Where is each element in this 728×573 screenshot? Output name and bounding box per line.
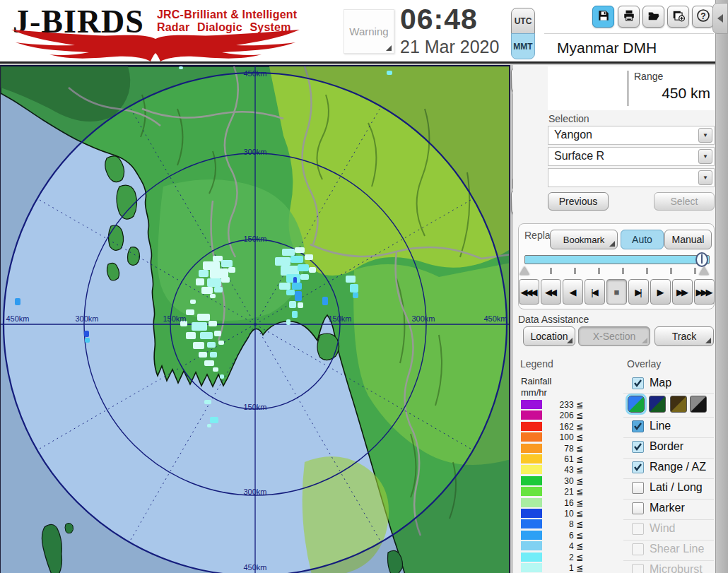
track-button[interactable]: Track <box>654 326 714 346</box>
timezone-mmt-button[interactable]: MMT <box>511 33 535 59</box>
add-view-icon <box>672 9 685 25</box>
open-button[interactable] <box>642 6 664 28</box>
checkbox[interactable] <box>632 482 644 494</box>
legend-value: 100 ≦ <box>542 432 583 442</box>
clock-time: 06:48 <box>400 3 478 36</box>
x-section-button[interactable]: X-Section <box>578 326 650 346</box>
legend-value: 30 ≦ <box>542 476 583 486</box>
save-button[interactable] <box>592 6 614 28</box>
overlay-item-lati-long: Lati / Long <box>623 478 714 497</box>
legend-color-swatch <box>521 400 542 409</box>
chevron-down-icon[interactable]: ▼ <box>698 170 712 185</box>
overlay-item-range-az: Range / AZ <box>623 458 714 476</box>
timeline-start-marker[interactable] <box>519 266 529 275</box>
svg-text:?: ? <box>700 11 705 20</box>
legend-row: 10 ≦ <box>521 509 599 519</box>
help-button[interactable]: ? <box>692 6 714 28</box>
location-button[interactable]: Location <box>523 326 575 346</box>
overlay-list: MapLineBorderRange / AZLati / LongMarker… <box>623 374 714 573</box>
fast-rewind-2-button[interactable]: ◀◀ <box>541 279 561 305</box>
map-style-swatch-3[interactable] <box>670 396 687 413</box>
legend-color-swatch <box>521 553 542 562</box>
legend-value: 78 ≦ <box>542 444 583 454</box>
fast-rewind-3-button[interactable]: ◀◀◀ <box>519 279 539 305</box>
timeline-tick <box>670 268 672 274</box>
map-style-swatch-2[interactable] <box>649 396 666 413</box>
legend-color-swatch <box>521 465 542 474</box>
fast-forward-3-button[interactable]: ▶▶▶ <box>694 279 715 305</box>
play-reverse-button[interactable]: ◀ <box>563 279 583 305</box>
app-logo: J-BIRDS JRC-Brilliant & Intelligent Rada… <box>7 1 307 61</box>
range-label: Range <box>634 71 663 82</box>
select-button[interactable]: Select <box>654 192 715 211</box>
selection-label: Selection <box>548 113 589 124</box>
legend-row: 100 ≦ <box>521 432 599 442</box>
legend-color-swatch <box>521 444 542 453</box>
legend-row: 233 ≦ <box>521 400 599 410</box>
legend-row: 206 ≦ <box>521 410 599 420</box>
overlay-item-microburst: Microburst <box>623 560 714 573</box>
replay-auto-button[interactable]: Auto <box>621 230 664 249</box>
legend-color-swatch <box>521 563 542 572</box>
chevron-down-icon[interactable]: ▼ <box>698 128 712 143</box>
checkbox[interactable] <box>632 377 644 389</box>
chevron-down-icon[interactable]: ▼ <box>698 149 712 164</box>
panel-collapse-tab[interactable] <box>712 3 728 34</box>
radar-map[interactable]: 450km300km150km150km300km450km450km300km… <box>0 65 510 573</box>
overlay-label: Overlay <box>627 358 661 370</box>
overlay-item-label: Line <box>650 420 671 432</box>
legend-value: 21 ≦ <box>542 487 583 497</box>
checkbox[interactable] <box>632 502 644 514</box>
help-icon: ? <box>696 8 710 25</box>
previous-button[interactable]: Previous <box>548 192 609 211</box>
add-view-button[interactable] <box>667 6 689 28</box>
timeline-end-marker[interactable] <box>699 266 709 275</box>
option-dropdown[interactable]: ▼ <box>548 168 715 187</box>
data-assistance-label: Data Assistance <box>518 314 589 325</box>
legend-value: 162 ≦ <box>542 422 583 432</box>
map-style-swatch-1[interactable] <box>628 396 645 413</box>
replay-manual-button[interactable]: Manual <box>664 230 712 249</box>
checkbox[interactable] <box>632 523 644 535</box>
legend-row: 162 ≦ <box>521 422 599 432</box>
save-icon <box>597 9 610 25</box>
checkbox[interactable] <box>632 461 644 473</box>
print-button[interactable] <box>618 6 640 28</box>
legend-value: 4 ≦ <box>542 541 583 551</box>
overlay-item-label: Shear Line <box>650 543 704 555</box>
replay-slider-handle[interactable] <box>695 252 708 267</box>
legend-color-swatch <box>521 454 542 463</box>
legend-color-swatch <box>521 410 542 420</box>
product-dropdown[interactable]: Surface R ▼ <box>548 147 715 166</box>
rainfall-legend: 233 ≦206 ≦162 ≦100 ≦78 ≦61 ≦43 ≦30 ≦21 ≦… <box>521 400 599 573</box>
legend-color-swatch <box>521 509 542 518</box>
timeline-tick <box>550 268 552 274</box>
legend-row: 78 ≦ <box>521 444 599 454</box>
legend-value: 8 ≦ <box>542 519 583 529</box>
clock-date: 21 Mar 2020 <box>400 37 499 57</box>
legend-value: 6 ≦ <box>542 531 583 540</box>
warning-button[interactable]: Warning <box>344 9 394 54</box>
replay-timeline-slider[interactable] <box>524 255 710 264</box>
overlay-item-label: Microburst <box>650 563 703 573</box>
checkbox[interactable] <box>632 441 644 453</box>
legend-color-swatch <box>521 531 542 540</box>
timezone-utc-button[interactable]: UTC <box>511 8 535 34</box>
header-bar: J-BIRDS JRC-Brilliant & Intelligent Rada… <box>0 0 728 64</box>
legend-value: 2 ≦ <box>542 553 583 562</box>
bookmark-button[interactable]: Bookmark <box>550 230 618 249</box>
legend-row: 16 ≦ <box>521 498 599 508</box>
map-style-swatch-4[interactable] <box>690 396 707 413</box>
fast-forward-2-button[interactable]: ▶▶ <box>672 279 693 305</box>
step-forward-button[interactable]: ▶| <box>628 279 649 305</box>
checkbox[interactable] <box>632 564 644 573</box>
range-display: Range 450 km <box>548 66 715 110</box>
legend-color-swatch <box>521 541 542 550</box>
play-button[interactable]: ▶ <box>650 279 671 305</box>
map-style-row <box>623 393 714 417</box>
station-dropdown[interactable]: Yangon ▼ <box>548 126 715 145</box>
step-back-button[interactable]: |◀ <box>585 279 605 305</box>
checkbox[interactable] <box>632 543 644 555</box>
stop-button[interactable]: ■ <box>606 279 627 305</box>
checkbox[interactable] <box>632 420 644 432</box>
